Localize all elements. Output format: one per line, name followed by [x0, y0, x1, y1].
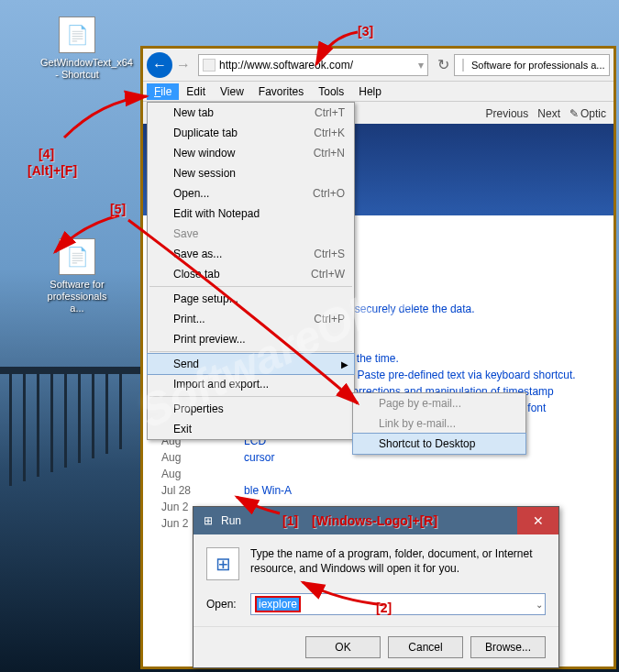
menu-new-window[interactable]: New windowCtrl+N: [148, 143, 354, 163]
submenu-shortcut-desktop[interactable]: Shortcut to Desktop: [352, 433, 526, 455]
ie-nav-toolbar: ← → http://www.softwareok.com/ ▾ ↻ Softw…: [143, 49, 613, 82]
optic-button[interactable]: ✎ Optic: [569, 107, 606, 120]
combo-arrow-icon[interactable]: ⌄: [536, 600, 543, 610]
list-link[interactable]: [244, 466, 576, 482]
run-window-icon: ⊞: [201, 513, 216, 528]
run-titlebar[interactable]: ⊞ Run ✕: [193, 507, 558, 534]
url-text: http://www.softwareok.com/: [219, 59, 353, 72]
menu-help[interactable]: Help: [351, 83, 389, 100]
prev-button[interactable]: Previous: [486, 107, 529, 120]
run-app-icon: ⊞: [206, 547, 239, 580]
menu-properties[interactable]: Properties: [148, 399, 354, 419]
browser-tab[interactable]: Software for professionals a... ✕: [454, 54, 610, 76]
menu-tools[interactable]: Tools: [311, 83, 351, 100]
dropdown-arrow-icon[interactable]: ▾: [418, 59, 424, 72]
desktop-shortcut-1[interactable]: 📄 GetWindowText_x64 - Shortcut: [40, 17, 114, 81]
menu-page-setup[interactable]: Page setup...: [148, 289, 354, 309]
forward-button[interactable]: →: [174, 56, 193, 74]
run-browse-button[interactable]: Browse...: [470, 636, 546, 658]
icon-label: Software for professionals a...: [40, 279, 114, 315]
menu-new-tab[interactable]: New tabCtrl+T: [148, 103, 354, 123]
run-input-combo[interactable]: iexplore ⌄: [250, 593, 546, 615]
run-input-value: iexplore: [255, 596, 301, 612]
icon-label: GetWindowText_x64 - Shortcut: [40, 57, 114, 81]
list-link[interactable]: ble Win-A: [244, 482, 576, 499]
refresh-button[interactable]: ↻: [434, 56, 452, 74]
address-bar[interactable]: http://www.softwareok.com/ ▾: [198, 54, 428, 76]
run-dialog: ⊞ Run ✕ ⊞ Type the name of a program, fo…: [193, 506, 559, 668]
tab-title: Software for professionals a...: [471, 60, 605, 71]
submenu-page-email: Page by e-mail...: [353, 393, 525, 413]
desktop-shortcut-2[interactable]: 📄 Software for professionals a...: [40, 238, 114, 315]
menu-edit-notepad[interactable]: Edit with Notepad: [148, 204, 354, 224]
file-icon: 📄: [59, 17, 95, 53]
list-date: Aug: [161, 449, 244, 466]
list-item: Aug: [161, 466, 576, 482]
list-date: Jul 28: [161, 482, 244, 499]
run-title-text: Run: [221, 514, 241, 527]
menu-import-export[interactable]: Import and export...: [148, 374, 354, 394]
file-menu-dropdown: New tabCtrl+T Duplicate tabCtrl+K New wi…: [147, 102, 355, 440]
run-open-label: Open:: [206, 598, 243, 611]
menu-open[interactable]: Open...Ctrl+O: [148, 183, 354, 204]
menu-save: Save: [148, 224, 354, 244]
list-item: Jul 28ble Win-A: [161, 482, 576, 499]
menu-print-preview[interactable]: Print preview...: [148, 329, 354, 349]
menu-save-as[interactable]: Save as...Ctrl+S: [148, 244, 354, 264]
menubar: File Edit View Favorites Tools Help: [143, 82, 613, 102]
send-submenu: Page by e-mail... Link by e-mail... Shor…: [352, 392, 526, 455]
submenu-link-email: Link by e-mail...: [353, 413, 525, 434]
site-icon: [203, 59, 216, 72]
menu-exit[interactable]: Exit: [148, 419, 354, 439]
submenu-arrow-icon: ▶: [341, 359, 348, 369]
run-cancel-button[interactable]: Cancel: [388, 636, 463, 658]
tab-favicon: [462, 59, 464, 72]
back-button[interactable]: ←: [147, 52, 172, 78]
menu-favorites[interactable]: Favorites: [251, 83, 311, 100]
run-description: Type the name of a program, folder, docu…: [250, 547, 546, 580]
menu-view[interactable]: View: [213, 83, 251, 100]
menu-file[interactable]: File: [147, 83, 179, 100]
menu-edit[interactable]: Edit: [179, 83, 213, 100]
menu-print[interactable]: Print...Ctrl+P: [148, 309, 354, 329]
run-ok-button[interactable]: OK: [305, 636, 381, 658]
menu-new-session[interactable]: New session: [148, 163, 354, 183]
list-date: Aug: [161, 466, 244, 482]
menu-send[interactable]: Send▶: [147, 353, 355, 375]
run-close-button[interactable]: ✕: [517, 507, 558, 534]
next-button[interactable]: Next: [537, 107, 560, 120]
menu-duplicate-tab[interactable]: Duplicate tabCtrl+K: [148, 123, 354, 143]
menu-close-tab[interactable]: Close tabCtrl+W: [148, 264, 354, 284]
file-icon: 📄: [59, 238, 95, 275]
